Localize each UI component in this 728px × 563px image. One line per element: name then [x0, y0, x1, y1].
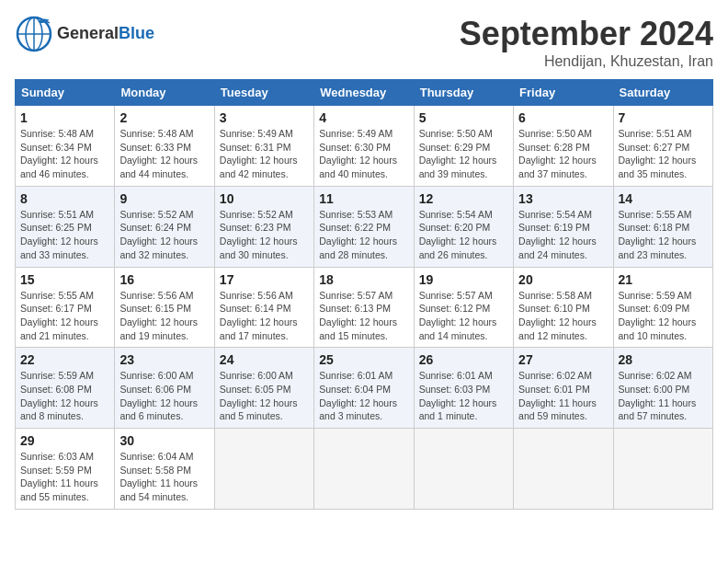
day-cell: 19Sunrise: 5:57 AMSunset: 6:12 PMDayligh…	[414, 267, 513, 348]
day-cell: 7Sunrise: 5:51 AMSunset: 6:27 PMDaylight…	[613, 106, 712, 187]
col-sunday: Sunday	[16, 80, 115, 106]
calendar-row: 15Sunrise: 5:55 AMSunset: 6:17 PMDayligh…	[16, 267, 713, 348]
day-cell: 3Sunrise: 5:49 AMSunset: 6:31 PMDaylight…	[214, 106, 313, 187]
day-cell: 10Sunrise: 5:52 AMSunset: 6:23 PMDayligh…	[214, 186, 313, 267]
col-monday: Monday	[115, 80, 214, 106]
day-number: 23	[119, 352, 209, 367]
day-info: Sunrise: 5:59 AMSunset: 6:08 PMDaylight:…	[20, 369, 109, 423]
day-number: 4	[319, 110, 408, 125]
day-number: 20	[518, 272, 608, 287]
calendar-row: 1Sunrise: 5:48 AMSunset: 6:34 PMDaylight…	[16, 106, 713, 187]
logo-blue: Blue	[119, 24, 154, 42]
day-info: Sunrise: 5:53 AMSunset: 6:22 PMDaylight:…	[319, 208, 408, 262]
day-cell: 9Sunrise: 5:52 AMSunset: 6:24 PMDaylight…	[115, 186, 214, 267]
day-cell: 24Sunrise: 6:00 AMSunset: 6:05 PMDayligh…	[214, 348, 313, 429]
calendar-row: 8Sunrise: 5:51 AMSunset: 6:25 PMDaylight…	[16, 186, 713, 267]
day-cell: 11Sunrise: 5:53 AMSunset: 6:22 PMDayligh…	[314, 186, 414, 267]
day-info: Sunrise: 5:51 AMSunset: 6:27 PMDaylight:…	[619, 127, 708, 181]
location-title: Hendijan, Khuzestan, Iran	[460, 53, 713, 70]
day-number: 28	[619, 352, 708, 367]
day-number: 22	[20, 352, 109, 367]
empty-cell	[414, 429, 513, 510]
day-info: Sunrise: 5:49 AMSunset: 6:31 PMDaylight:…	[220, 127, 309, 181]
col-thursday: Thursday	[414, 80, 513, 106]
day-number: 8	[20, 191, 109, 206]
day-info: Sunrise: 5:59 AMSunset: 6:09 PMDaylight:…	[619, 289, 708, 343]
col-friday: Friday	[514, 80, 613, 106]
day-cell: 17Sunrise: 5:56 AMSunset: 6:14 PMDayligh…	[214, 267, 313, 348]
day-cell: 15Sunrise: 5:55 AMSunset: 6:17 PMDayligh…	[16, 267, 115, 348]
day-number: 10	[220, 191, 309, 206]
day-info: Sunrise: 5:58 AMSunset: 6:10 PMDaylight:…	[518, 289, 608, 343]
day-info: Sunrise: 6:02 AMSunset: 6:00 PMDaylight:…	[619, 369, 708, 423]
day-number: 15	[20, 272, 109, 287]
day-cell: 28Sunrise: 6:02 AMSunset: 6:00 PMDayligh…	[613, 348, 712, 429]
day-info: Sunrise: 5:49 AMSunset: 6:30 PMDaylight:…	[319, 127, 408, 181]
col-saturday: Saturday	[613, 80, 712, 106]
day-info: Sunrise: 5:51 AMSunset: 6:25 PMDaylight:…	[20, 208, 109, 262]
day-number: 19	[419, 272, 508, 287]
month-title: September 2024	[460, 15, 713, 53]
calendar-header-row: Sunday Monday Tuesday Wednesday Thursday…	[16, 80, 713, 106]
day-number: 25	[319, 352, 408, 367]
day-number: 27	[518, 352, 608, 367]
page-header: GeneralBlue September 2024 Hendijan, Khu…	[15, 15, 713, 70]
logo: GeneralBlue	[15, 15, 154, 53]
day-cell: 26Sunrise: 6:01 AMSunset: 6:03 PMDayligh…	[414, 348, 513, 429]
day-cell: 5Sunrise: 5:50 AMSunset: 6:29 PMDaylight…	[414, 106, 513, 187]
day-number: 5	[419, 110, 508, 125]
day-info: Sunrise: 6:02 AMSunset: 6:01 PMDaylight:…	[518, 369, 608, 423]
day-cell: 18Sunrise: 5:57 AMSunset: 6:13 PMDayligh…	[314, 267, 414, 348]
day-info: Sunrise: 5:52 AMSunset: 6:24 PMDaylight:…	[119, 208, 209, 262]
col-tuesday: Tuesday	[214, 80, 313, 106]
day-number: 17	[220, 272, 309, 287]
day-info: Sunrise: 5:48 AMSunset: 6:33 PMDaylight:…	[119, 127, 209, 181]
day-number: 2	[119, 110, 209, 125]
day-number: 7	[619, 110, 708, 125]
day-cell: 13Sunrise: 5:54 AMSunset: 6:19 PMDayligh…	[514, 186, 613, 267]
day-cell: 1Sunrise: 5:48 AMSunset: 6:34 PMDaylight…	[16, 106, 115, 187]
day-number: 12	[419, 191, 508, 206]
day-info: Sunrise: 5:50 AMSunset: 6:29 PMDaylight:…	[419, 127, 508, 181]
day-cell: 21Sunrise: 5:59 AMSunset: 6:09 PMDayligh…	[613, 267, 712, 348]
day-number: 24	[220, 352, 309, 367]
day-info: Sunrise: 5:57 AMSunset: 6:12 PMDaylight:…	[419, 289, 508, 343]
day-info: Sunrise: 5:54 AMSunset: 6:19 PMDaylight:…	[518, 208, 608, 262]
day-info: Sunrise: 5:50 AMSunset: 6:28 PMDaylight:…	[518, 127, 608, 181]
day-info: Sunrise: 6:03 AMSunset: 5:59 PMDaylight:…	[20, 450, 109, 504]
day-number: 1	[20, 110, 109, 125]
day-info: Sunrise: 5:48 AMSunset: 6:34 PMDaylight:…	[20, 127, 109, 181]
day-number: 21	[619, 272, 708, 287]
day-info: Sunrise: 5:56 AMSunset: 6:14 PMDaylight:…	[220, 289, 309, 343]
calendar-row: 22Sunrise: 5:59 AMSunset: 6:08 PMDayligh…	[16, 348, 713, 429]
day-number: 26	[419, 352, 508, 367]
empty-cell	[314, 429, 414, 510]
day-info: Sunrise: 6:00 AMSunset: 6:05 PMDaylight:…	[220, 369, 309, 423]
day-cell: 14Sunrise: 5:55 AMSunset: 6:18 PMDayligh…	[613, 186, 712, 267]
day-info: Sunrise: 5:57 AMSunset: 6:13 PMDaylight:…	[319, 289, 408, 343]
day-info: Sunrise: 5:55 AMSunset: 6:18 PMDaylight:…	[619, 208, 708, 262]
day-number: 9	[119, 191, 209, 206]
day-info: Sunrise: 6:01 AMSunset: 6:03 PMDaylight:…	[419, 369, 508, 423]
day-cell: 20Sunrise: 5:58 AMSunset: 6:10 PMDayligh…	[514, 267, 613, 348]
title-block: September 2024 Hendijan, Khuzestan, Iran	[460, 15, 713, 70]
calendar-table: Sunday Monday Tuesday Wednesday Thursday…	[15, 79, 713, 510]
day-cell: 2Sunrise: 5:48 AMSunset: 6:33 PMDaylight…	[115, 106, 214, 187]
empty-cell	[514, 429, 613, 510]
day-cell: 25Sunrise: 6:01 AMSunset: 6:04 PMDayligh…	[314, 348, 414, 429]
logo-general: General	[57, 24, 119, 42]
day-number: 11	[319, 191, 408, 206]
day-cell: 12Sunrise: 5:54 AMSunset: 6:20 PMDayligh…	[414, 186, 513, 267]
empty-cell	[214, 429, 313, 510]
day-number: 29	[20, 433, 109, 448]
day-cell: 27Sunrise: 6:02 AMSunset: 6:01 PMDayligh…	[514, 348, 613, 429]
day-number: 6	[518, 110, 608, 125]
day-info: Sunrise: 6:04 AMSunset: 5:58 PMDaylight:…	[119, 450, 209, 504]
day-number: 14	[619, 191, 708, 206]
day-cell: 6Sunrise: 5:50 AMSunset: 6:28 PMDaylight…	[514, 106, 613, 187]
day-cell: 23Sunrise: 6:00 AMSunset: 6:06 PMDayligh…	[115, 348, 214, 429]
day-cell: 16Sunrise: 5:56 AMSunset: 6:15 PMDayligh…	[115, 267, 214, 348]
day-cell: 4Sunrise: 5:49 AMSunset: 6:30 PMDaylight…	[314, 106, 414, 187]
day-number: 30	[119, 433, 209, 448]
day-number: 18	[319, 272, 408, 287]
